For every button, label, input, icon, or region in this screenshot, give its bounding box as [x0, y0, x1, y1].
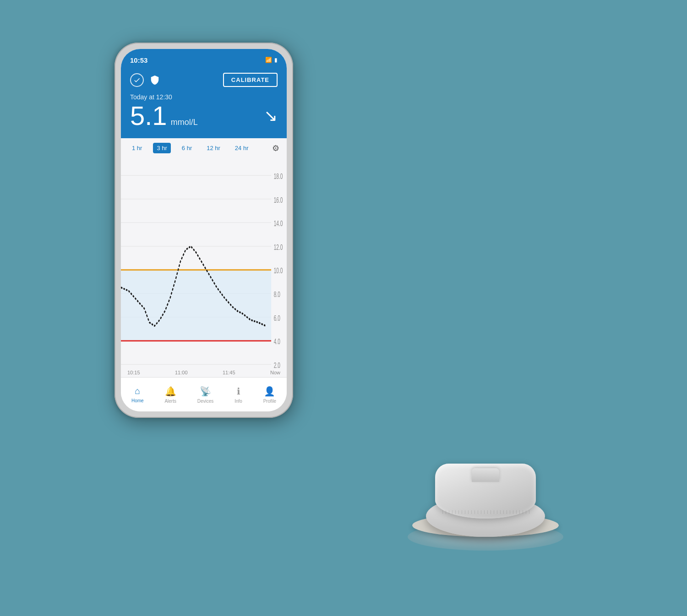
nav-devices[interactable]: 📡 Devices [197, 386, 214, 404]
calibrate-button[interactable]: CALIBRATE [223, 73, 278, 87]
filter-3hr[interactable]: 3 hr [153, 143, 170, 153]
shield-svg [150, 75, 160, 85]
status-time: 10:53 [130, 56, 147, 64]
nav-home-label: Home [131, 398, 144, 403]
glucose-unit: mmol/L [171, 118, 198, 127]
nav-profile[interactable]: 👤 Profile [263, 386, 276, 404]
nav-info-label: Info [234, 399, 242, 404]
svg-text:16.0: 16.0 [274, 195, 283, 204]
sensor-nub [472, 468, 499, 482]
x-label-now: Now [270, 370, 280, 375]
home-icon: ⌂ [135, 386, 140, 396]
glucose-chart: 18.0 16.0 14.0 12.0 10.0 8.0 6.0 4.0 2.0 [121, 158, 287, 368]
app-header: CALIBRATE Today at 12:30 5.1 mmol/L ↘ [121, 67, 287, 138]
chart-area: 1 hr 3 hr 6 hr 12 hr 24 hr ⚙ [121, 138, 287, 377]
nav-home[interactable]: ⌂ Home [131, 386, 144, 403]
header-icons-left [130, 73, 161, 87]
battery-icon: ▮ [274, 57, 278, 63]
info-icon: ℹ [237, 386, 240, 397]
svg-text:4.0: 4.0 [274, 337, 280, 346]
time-filter: 1 hr 3 hr 6 hr 12 hr 24 hr ⚙ [121, 138, 287, 158]
x-labels: 10:15 11:00 11:45 Now [121, 368, 287, 377]
svg-text:18.0: 18.0 [274, 172, 283, 180]
svg-text:8.0: 8.0 [274, 290, 280, 298]
nav-alerts-label: Alerts [164, 399, 176, 404]
nav-alerts[interactable]: 🔔 Alerts [164, 386, 176, 404]
svg-text:12.0: 12.0 [274, 243, 283, 251]
trend-arrow: ↘ [264, 106, 278, 125]
devices-icon: 📡 [200, 386, 211, 397]
nav-profile-label: Profile [263, 399, 276, 404]
status-icons: 📶 ▮ [265, 57, 278, 63]
check-svg [133, 76, 141, 84]
notch [172, 49, 236, 62]
bottom-nav: ⌂ Home 🔔 Alerts 📡 Devices ℹ Info 👤 [121, 377, 287, 411]
svg-text:6.0: 6.0 [274, 313, 280, 322]
wifi-icon: 📶 [265, 57, 272, 63]
glucose-number: 5.1 [130, 103, 167, 129]
phone-screen: 10:53 📶 ▮ [121, 49, 287, 411]
cgm-body [421, 454, 550, 537]
filter-24hr[interactable]: 24 hr [231, 143, 252, 153]
svg-text:10.0: 10.0 [274, 266, 283, 275]
svg-text:14.0: 14.0 [274, 219, 283, 227]
x-label-1145: 11:45 [223, 370, 235, 375]
filter-1hr[interactable]: 1 hr [128, 143, 146, 153]
header-row: CALIBRATE [130, 73, 278, 87]
cgm-sensor-device [389, 409, 582, 555]
svg-text:2.0: 2.0 [274, 361, 280, 368]
chart-wrapper: 18.0 16.0 14.0 12.0 10.0 8.0 6.0 4.0 2.0 [121, 158, 287, 368]
scene: 10:53 📶 ▮ [92, 33, 595, 583]
glucose-value: 5.1 mmol/L [130, 103, 198, 129]
nav-info[interactable]: ℹ Info [234, 386, 242, 404]
x-label-1100: 11:00 [175, 370, 188, 375]
glucose-row: 5.1 mmol/L ↘ [130, 103, 278, 129]
filter-6hr[interactable]: 6 hr [178, 143, 196, 153]
x-label-1015: 10:15 [127, 370, 140, 375]
profile-icon: 👤 [264, 386, 275, 397]
bell-icon: 🔔 [165, 386, 176, 397]
glucose-time: Today at 12:30 [130, 93, 278, 101]
filter-12hr[interactable]: 12 hr [203, 143, 224, 153]
svg-rect-9 [121, 270, 271, 341]
check-circle-icon[interactable] [130, 73, 144, 87]
sensor-ridges [440, 510, 531, 514]
nav-devices-label: Devices [197, 399, 214, 404]
shield-icon[interactable] [148, 74, 161, 86]
phone: 10:53 📶 ▮ [114, 43, 293, 418]
settings-icon[interactable]: ⚙ [272, 143, 279, 153]
